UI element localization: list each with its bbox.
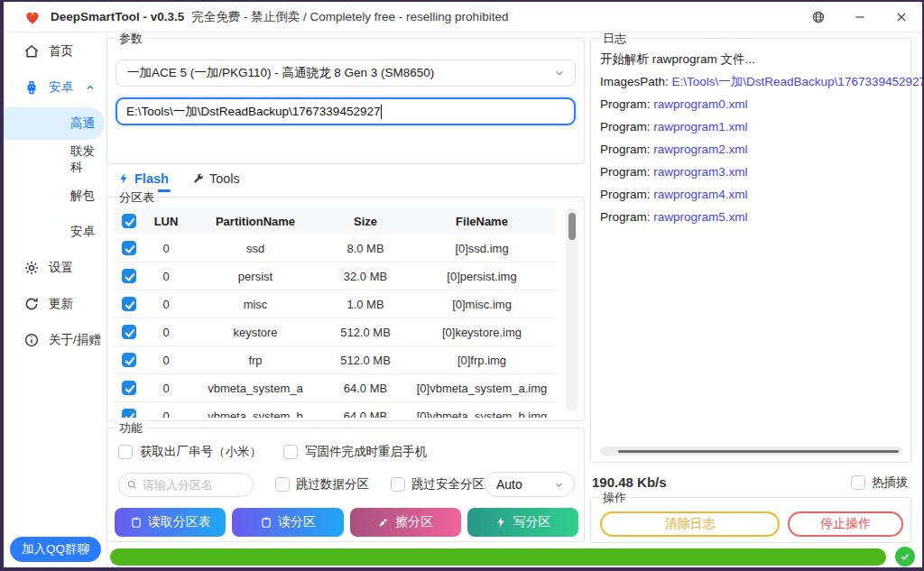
sidebar-item-label: 首页 — [49, 43, 73, 60]
language-globe-button[interactable] — [798, 2, 839, 32]
log-line: Program: rawprogram0.xml — [600, 93, 901, 115]
hotplug-label: 热插拔 — [872, 474, 909, 491]
skip-secure-partition-checkbox[interactable] — [391, 477, 405, 492]
refresh-icon — [23, 296, 40, 312]
get-serial-checkbox[interactable] — [118, 445, 133, 459]
log-line: ImagesPath: E:\Tools\一加\DstReadBackup\17… — [600, 70, 901, 93]
app-window: DeepSmartTool - v0.3.5完全免费 - 禁止倒卖 / Comp… — [0, 0, 924, 571]
column-header-name[interactable]: PartitionName — [188, 215, 323, 228]
stop-operation-button[interactable]: 停止操作 — [788, 511, 903, 537]
cell-file-name: [0]frp.img — [408, 354, 556, 367]
log-link[interactable]: rawprogram2.xml — [653, 143, 747, 156]
table-row[interactable]: 0 frp 512.0 MB [0]frp.img — [114, 346, 556, 374]
partition-search-box[interactable] — [118, 473, 254, 497]
log-horizontal-scrollbar[interactable] — [600, 447, 901, 456]
column-header-lun[interactable]: LUN — [144, 215, 188, 228]
log-link[interactable]: rawprogram5.xml — [653, 210, 747, 224]
lightning-icon — [117, 172, 130, 185]
button-label: 擦分区 — [395, 514, 433, 530]
row-checkbox[interactable] — [122, 409, 136, 418]
partition-search-input[interactable] — [143, 478, 245, 492]
table-scrollbar-thumb[interactable] — [568, 213, 576, 240]
row-checkbox[interactable] — [122, 325, 136, 339]
log-line: Program: rawprogram3.xml — [600, 161, 901, 183]
cell-lun: 0 — [144, 354, 188, 367]
row-checkbox[interactable] — [122, 381, 136, 395]
chevron-down-icon — [553, 67, 566, 79]
sidebar-item-home[interactable]: 首页 — [4, 33, 106, 69]
chevron-up-icon — [85, 82, 96, 93]
log-line: Program: rawprogram5.xml — [600, 206, 901, 228]
table-header: LUN PartitionName Size FileName — [114, 207, 556, 235]
window-title: DeepSmartTool - v0.3.5完全免费 - 禁止倒卖 / Comp… — [51, 9, 508, 25]
erase-partition-button[interactable]: 擦分区 — [350, 508, 461, 537]
sidebar-subitem-mediatek[interactable]: 联发科 — [4, 142, 106, 178]
row-checkbox[interactable] — [122, 353, 136, 367]
device-select[interactable]: 一加ACE 5 (一加/PKG110) - 高通骁龙 8 Gen 3 (SM86… — [116, 60, 576, 87]
mode-select[interactable]: Auto — [485, 472, 575, 497]
images-path-value: E:\Tools\一加\DstReadBackup\1767339452927 — [126, 104, 380, 120]
hotplug-checkbox[interactable] — [851, 475, 865, 490]
sidebar-subitem-android[interactable]: 安卓 — [4, 214, 106, 250]
log-lines: 开始解析 rawprogram 文件... ImagesPath: E:\Too… — [600, 48, 901, 228]
app-logo-icon — [23, 8, 42, 26]
read-partition-button[interactable]: 读分区 — [232, 508, 343, 537]
skip-data-partition-checkbox[interactable] — [275, 477, 290, 492]
log-line: 开始解析 rawprogram 文件... — [600, 48, 901, 70]
table-row[interactable]: 0 vbmeta_system_b 64.0 MB [0]vbmeta_syst… — [114, 402, 556, 418]
read-partition-table-button[interactable]: 读取分区表 — [115, 508, 226, 537]
row-checkbox[interactable] — [122, 297, 136, 311]
log-link[interactable]: rawprogram4.xml — [653, 188, 747, 201]
sidebar: 首页 安卓 高通 联发科 解包 安卓 设置 — [4, 33, 107, 567]
sidebar-item-settings[interactable]: 设置 — [4, 250, 106, 286]
sidebar-subitem-qualcomm[interactable]: 高通 — [4, 107, 105, 140]
android-icon — [23, 79, 40, 96]
log-scrollbar-thumb[interactable] — [618, 450, 899, 453]
search-icon — [126, 479, 138, 491]
sidebar-item-about[interactable]: 关于/捐赠 — [4, 322, 106, 358]
log-link[interactable]: rawprogram0.xml — [653, 97, 747, 111]
reboot-after-flash-checkbox[interactable] — [283, 445, 298, 459]
log-line: Program: rawprogram1.xml — [600, 115, 901, 138]
functions-checkbox-row: 获取出厂串号（小米） 写固件完成时重启手机 — [118, 444, 441, 460]
row-checkbox[interactable] — [122, 241, 136, 255]
close-button[interactable] — [881, 2, 922, 32]
join-qq-group-button[interactable]: 加入QQ群聊 — [10, 537, 101, 562]
minimize-button[interactable] — [839, 2, 881, 32]
lightning-icon — [494, 516, 507, 529]
functions-group: 功能 获取出厂串号（小米） 写固件完成时重启手机 跳过数据分区 跳过安全分区 A… — [106, 428, 585, 542]
table-row[interactable]: 0 persist 32.0 MB [0]persist.img — [114, 262, 556, 290]
eraser-icon — [377, 516, 390, 529]
table-row[interactable]: 0 misc 1.0 MB [0]misc.img — [114, 290, 556, 318]
log-text: Program: — [600, 97, 653, 111]
operations-group-label: 操作 — [599, 490, 630, 505]
table-row[interactable]: 0 keystore 512.0 MB [0]keystore.img — [114, 318, 556, 346]
log-link[interactable]: E:\Tools\一加\DstReadBackup\1767339452927 — [672, 75, 922, 88]
column-header-file[interactable]: FileName — [408, 215, 556, 228]
table-scrollbar[interactable] — [566, 207, 578, 411]
functions-filter-row: 跳过数据分区 跳过安全分区 Auto — [118, 472, 575, 497]
sidebar-subitem-label: 解包 — [70, 188, 95, 204]
sidebar-item-update[interactable]: 更新 — [4, 286, 106, 322]
write-partition-button[interactable]: 写分区 — [467, 508, 578, 537]
sidebar-item-android[interactable]: 安卓 — [4, 69, 106, 106]
table-row[interactable]: 0 ssd 8.0 MB [0]ssd.img — [114, 235, 556, 262]
cell-partition-name: persist — [188, 270, 323, 283]
tab-tools[interactable]: Tools — [192, 171, 240, 189]
tab-flash[interactable]: Flash — [117, 171, 169, 189]
cell-size: 64.0 MB — [323, 382, 408, 395]
hotplug-option: 热插拔 — [851, 474, 909, 491]
sidebar-item-label: 更新 — [49, 296, 73, 312]
select-all-checkbox[interactable] — [122, 214, 136, 228]
table-row[interactable]: 0 vbmeta_system_a 64.0 MB [0]vbmeta_syst… — [114, 374, 556, 402]
clear-log-button[interactable]: 清除日志 — [600, 511, 780, 537]
log-link[interactable]: rawprogram1.xml — [653, 120, 747, 134]
column-header-size[interactable]: Size — [323, 215, 408, 228]
cell-partition-name: vbmeta_system_b — [188, 410, 323, 419]
row-checkbox[interactable] — [122, 269, 136, 283]
cell-file-name: [0]vbmeta_system_b.img — [408, 410, 556, 419]
transfer-speed: 190.48 Kb/s — [592, 474, 667, 490]
images-path-input[interactable]: E:\Tools\一加\DstReadBackup\1767339452927 — [116, 97, 576, 125]
log-link[interactable]: rawprogram3.xml — [653, 165, 747, 179]
sidebar-subitem-unpack[interactable]: 解包 — [4, 178, 106, 214]
